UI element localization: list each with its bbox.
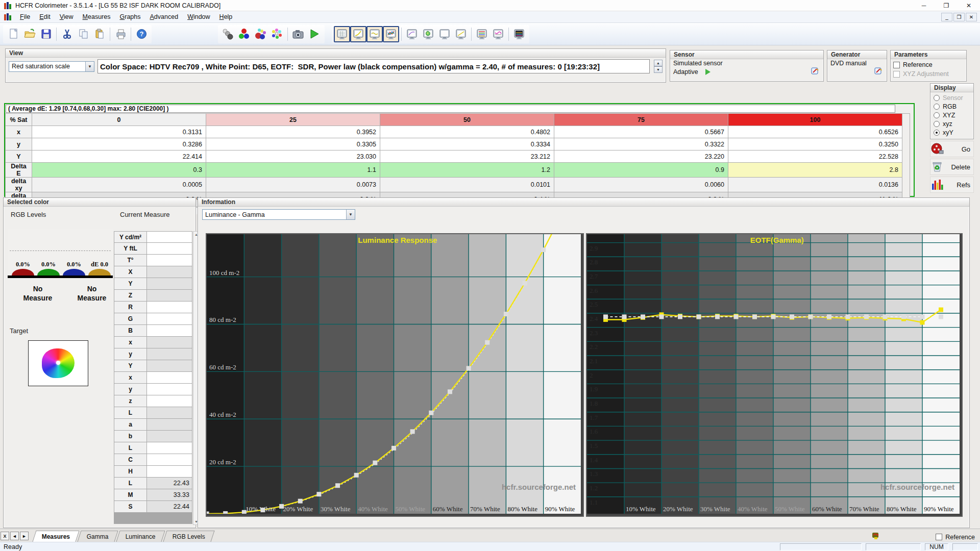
sensor-run-icon[interactable] bbox=[705, 69, 710, 75]
new-button[interactable] bbox=[5, 26, 21, 42]
restore-icon[interactable]: ❐ bbox=[935, 0, 958, 11]
chevron-down-icon[interactable]: ▼ bbox=[85, 62, 94, 71]
display-option-xyz[interactable]: xyz bbox=[934, 119, 970, 128]
paste-button[interactable] bbox=[91, 26, 108, 42]
sat-column-header-50[interactable]: 50 bbox=[380, 114, 554, 126]
cell-Delta-E-50[interactable]: 1.2 bbox=[380, 163, 554, 178]
mdi-minimize-icon[interactable]: _ bbox=[941, 13, 952, 21]
color-checker-button[interactable] bbox=[269, 26, 285, 42]
display-option-xyy[interactable]: xyY bbox=[934, 128, 970, 137]
eotf-gamma-chart[interactable]: 2.92.82.72.62.52.42.32.22.121.91.81.71.6… bbox=[586, 233, 963, 517]
radio-icon[interactable] bbox=[934, 121, 940, 127]
saturation-scale-button[interactable] bbox=[253, 26, 269, 42]
chart-view-blank-button[interactable] bbox=[436, 26, 453, 42]
cell-Y-50[interactable]: 23.212 bbox=[380, 151, 554, 163]
cell-y-0[interactable]: 0.3286 bbox=[32, 138, 206, 151]
cell-delta-xy-25[interactable]: 0.0073 bbox=[206, 178, 380, 192]
sat-column-header-75[interactable]: 75 bbox=[554, 114, 728, 126]
tab-close-icon[interactable]: X bbox=[1, 532, 9, 540]
sat-column-header-0[interactable]: 0 bbox=[32, 114, 206, 126]
display-option-rgb[interactable]: RGB bbox=[934, 102, 970, 111]
cell-Delta-E-75[interactable]: 0.9 bbox=[554, 163, 728, 178]
radio-icon[interactable] bbox=[934, 130, 940, 136]
minimize-icon[interactable]: ─ bbox=[913, 0, 935, 11]
cell-Delta-E-0[interactable]: 0.3 bbox=[32, 163, 206, 178]
sat-column-header-100[interactable]: 100 bbox=[728, 114, 902, 126]
chart-view-diag-line-button[interactable] bbox=[453, 26, 469, 42]
cut-button[interactable] bbox=[59, 26, 75, 42]
chart-view-purple-curve-button[interactable] bbox=[404, 26, 420, 42]
menu-view[interactable]: View bbox=[55, 12, 78, 22]
cell-x-100[interactable]: 0.6526 bbox=[728, 126, 902, 138]
luminance-response-chart[interactable]: 100 cd m-280 cd m-260 cd m-240 cd m-220 … bbox=[206, 233, 584, 517]
chart-view-magenta-button[interactable] bbox=[490, 26, 506, 42]
go-button[interactable]: Go bbox=[930, 141, 974, 157]
chart-view-gamma-curve-button[interactable] bbox=[350, 26, 366, 42]
camera-button[interactable] bbox=[290, 26, 306, 42]
cell-Delta-E-100[interactable]: 2.8 bbox=[728, 163, 902, 178]
open-button[interactable] bbox=[21, 26, 38, 42]
chart-view-rainbow-button[interactable] bbox=[474, 26, 490, 42]
cell-Y-25[interactable]: 23.030 bbox=[206, 151, 380, 163]
cell-delta-xy-75[interactable]: 0.0060 bbox=[554, 178, 728, 192]
menu-graphs[interactable]: Graphs bbox=[115, 12, 145, 22]
chart-view-multi-lines-button[interactable] bbox=[383, 26, 399, 42]
cell-x-50[interactable]: 0.4802 bbox=[380, 126, 554, 138]
cell-Y-75[interactable]: 23.220 bbox=[554, 151, 728, 163]
cell-Y-0[interactable]: 22.414 bbox=[32, 151, 206, 163]
chevron-down-icon[interactable]: ▼ bbox=[346, 210, 355, 219]
cell-x-75[interactable]: 0.5667 bbox=[554, 126, 728, 138]
measure-spinner[interactable]: ▲▼ bbox=[654, 60, 663, 73]
tab-gamma[interactable]: Gamma bbox=[78, 531, 118, 542]
sat-column-header-25[interactable]: 25 bbox=[206, 114, 380, 126]
chart-view-table-button[interactable] bbox=[334, 26, 350, 42]
generator-config-icon[interactable] bbox=[874, 67, 884, 77]
cell-x-0[interactable]: 0.3131 bbox=[32, 126, 206, 138]
cell-delta-xy-100[interactable]: 0.0136 bbox=[728, 178, 902, 192]
tab-next-icon[interactable]: ► bbox=[20, 532, 29, 540]
display-option-xyz[interactable]: XYZ bbox=[934, 111, 970, 119]
rgb-primaries-button[interactable] bbox=[236, 26, 253, 42]
cell-x-25[interactable]: 0.3952 bbox=[206, 126, 380, 138]
radio-icon[interactable] bbox=[934, 112, 940, 118]
save-button[interactable] bbox=[38, 26, 54, 42]
reference-checkbox[interactable] bbox=[936, 534, 942, 540]
checkbox-reference[interactable]: Reference bbox=[893, 60, 964, 69]
information-select[interactable]: Luminance - Gamma ▼ bbox=[202, 209, 355, 220]
delete-button[interactable]: ♻Delete bbox=[930, 159, 974, 175]
chart-view-dark-button[interactable] bbox=[511, 26, 527, 42]
gray-sequence-button[interactable] bbox=[220, 26, 236, 42]
menu-advanced[interactable]: Advanced bbox=[145, 12, 183, 22]
run-button[interactable] bbox=[306, 26, 323, 42]
cell-y-100[interactable]: 0.3250 bbox=[728, 138, 902, 151]
tab-prev-icon[interactable]: ◄ bbox=[10, 532, 19, 540]
help-button[interactable]: ? bbox=[133, 26, 150, 42]
profile-notification-icon[interactable] bbox=[871, 532, 879, 542]
menu-help[interactable]: Help bbox=[215, 12, 237, 22]
scale-select[interactable]: Red saturation scale ▼ bbox=[9, 61, 94, 72]
mdi-document-icon[interactable] bbox=[4, 13, 12, 20]
chart-view-wave-button[interactable] bbox=[366, 26, 383, 42]
cell-y-75[interactable]: 0.3322 bbox=[554, 138, 728, 151]
close-icon[interactable]: ✕ bbox=[958, 0, 980, 11]
menu-window[interactable]: Window bbox=[183, 12, 214, 22]
cell-delta-xy-0[interactable]: 0.0005 bbox=[32, 178, 206, 192]
cell-Delta-E-25[interactable]: 1.1 bbox=[206, 163, 380, 178]
tab-rgb-levels[interactable]: RGB Levels bbox=[163, 531, 214, 542]
cell-y-25[interactable]: 0.3305 bbox=[206, 138, 380, 151]
copy-button[interactable] bbox=[75, 26, 91, 42]
sensor-config-icon[interactable] bbox=[811, 67, 820, 77]
cell-y-50[interactable]: 0.3334 bbox=[380, 138, 554, 151]
tab-measures[interactable]: Measures bbox=[32, 531, 80, 542]
refs-button[interactable]: Refs bbox=[930, 177, 974, 193]
menu-edit[interactable]: Edit bbox=[35, 12, 55, 22]
tab-luminance[interactable]: Luminance bbox=[116, 531, 165, 542]
menu-file[interactable]: File bbox=[15, 12, 35, 22]
cell-delta-xy-50[interactable]: 0.0101 bbox=[380, 178, 554, 192]
checkbox-icon[interactable] bbox=[893, 62, 900, 68]
mdi-restore-icon[interactable]: ❐ bbox=[953, 13, 965, 21]
menu-measures[interactable]: Measures bbox=[78, 12, 115, 22]
chart-view-cie-button[interactable] bbox=[420, 26, 436, 42]
print-button[interactable] bbox=[112, 26, 129, 42]
radio-icon[interactable] bbox=[934, 104, 940, 110]
